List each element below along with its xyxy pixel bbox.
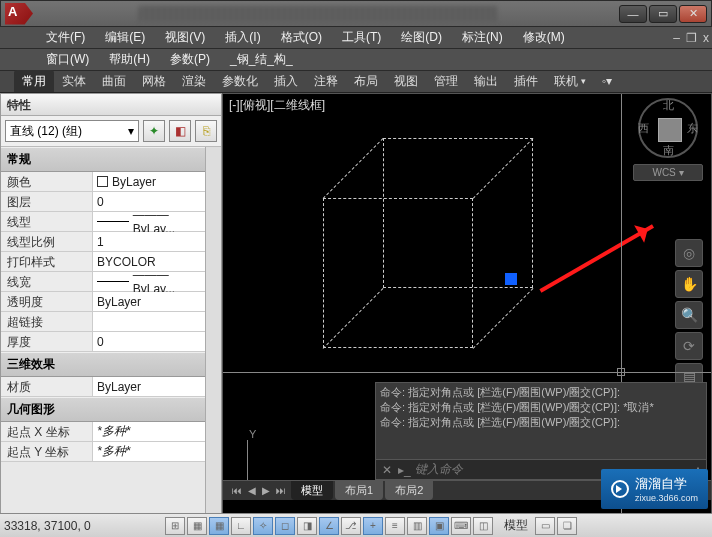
property-value[interactable]: 0 (93, 332, 205, 351)
viewcube-face[interactable] (658, 118, 682, 142)
category-header[interactable]: 三维效果⌄ (1, 352, 205, 377)
property-value[interactable]: ——— ByLay... (93, 272, 205, 291)
tab-layout[interactable]: 布局 (346, 70, 386, 92)
viewcube[interactable]: 北 南 东 西 WCS ▾ (633, 98, 703, 188)
category-header[interactable]: 几何图形⌄ (1, 397, 205, 422)
selected-objects[interactable] (323, 138, 538, 368)
lineweight-toggle[interactable]: ≡ (385, 517, 405, 535)
tab-plugin[interactable]: 插件 (506, 70, 546, 92)
menu-param[interactable]: 参数(P) (160, 49, 220, 71)
dyn-toggle[interactable]: + (363, 517, 383, 535)
snap-toggle[interactable]: ▦ (187, 517, 207, 535)
tab-surface[interactable]: 曲面 (94, 70, 134, 92)
quick-select-button[interactable]: ✦ (143, 120, 165, 142)
wcs-label[interactable]: WCS ▾ (633, 164, 703, 181)
property-value[interactable]: *多种* (93, 442, 205, 461)
quickview-drawings[interactable]: ❏ (557, 517, 577, 535)
model-space-button[interactable]: 模型 (498, 517, 534, 534)
qp-toggle[interactable]: ▣ (429, 517, 449, 535)
doc-close[interactable]: x (700, 31, 712, 45)
coordinate-readout[interactable]: 33318, 37100, 0 (4, 519, 164, 533)
tab-render[interactable]: 渲染 (174, 70, 214, 92)
tab-manage[interactable]: 管理 (426, 70, 466, 92)
osnap-toggle[interactable]: ◻ (275, 517, 295, 535)
palette-scrollbar[interactable] (205, 147, 221, 516)
tab-online[interactable]: 联机▾ (546, 70, 594, 92)
property-value[interactable]: ByLayer (93, 292, 205, 311)
property-row[interactable]: 线宽——— ByLay... (1, 272, 205, 292)
pan-button[interactable]: ✋ (675, 270, 703, 298)
property-value[interactable]: *多种* (93, 422, 205, 441)
property-row[interactable]: 起点 Y 坐标*多种* (1, 442, 205, 462)
property-row[interactable]: 起点 X 坐标*多种* (1, 422, 205, 442)
close-button[interactable]: ✕ (679, 5, 707, 23)
property-row[interactable]: 材质ByLayer (1, 377, 205, 397)
menu-dim[interactable]: 标注(N) (452, 27, 513, 49)
command-close-icon[interactable]: ✕ (376, 463, 398, 477)
menu-window[interactable]: 窗口(W) (36, 49, 99, 71)
tab-layout1[interactable]: 布局1 (335, 481, 383, 500)
property-row[interactable]: 厚度0 (1, 332, 205, 352)
tab-next[interactable]: ▶ (259, 485, 273, 496)
maximize-button[interactable]: ▭ (649, 5, 677, 23)
ortho-toggle[interactable]: ∟ (231, 517, 251, 535)
property-row[interactable]: 线型比例1 (1, 232, 205, 252)
am-toggle[interactable]: ◫ (473, 517, 493, 535)
tab-first[interactable]: ⏮ (229, 485, 245, 496)
minimize-button[interactable]: — (619, 5, 647, 23)
sc-toggle[interactable]: ⌨ (451, 517, 471, 535)
orbit-button[interactable]: ⟳ (675, 332, 703, 360)
tab-home[interactable]: 常用 (14, 70, 54, 92)
menu-tools[interactable]: 工具(T) (332, 27, 391, 49)
full-nav-wheel[interactable]: ◎ (675, 239, 703, 267)
pickadd-toggle[interactable]: ⎘ (195, 120, 217, 142)
tab-view[interactable]: 视图 (386, 70, 426, 92)
doc-restore[interactable]: ❐ (683, 31, 700, 45)
tab-annot[interactable]: 注释 (306, 70, 346, 92)
menu-modify[interactable]: 修改(M) (513, 27, 575, 49)
selection-dropdown[interactable]: 直线 (12) (组) ▾ (5, 120, 139, 142)
menu-help[interactable]: 帮助(H) (99, 49, 160, 71)
command-window[interactable]: 命令: 指定对角点或 [栏选(F)/圈围(WP)/圈交(CP)]:命令: 指定对… (375, 382, 707, 480)
drawing-viewport[interactable]: [-][俯视][二维线框] 北 南 东 西 WCS ▾ ◎ ✋ 🔍 ⟳ ▤ (222, 93, 712, 517)
property-row[interactable]: 透明度ByLayer (1, 292, 205, 312)
doc-minimize[interactable]: – (670, 31, 683, 45)
tab-model[interactable]: 模型 (291, 481, 333, 500)
ducs-toggle[interactable]: ⎇ (341, 517, 361, 535)
tab-prev[interactable]: ◀ (245, 485, 259, 496)
category-header[interactable]: 常规⌄ (1, 147, 205, 172)
tab-last[interactable]: ⏭ (273, 485, 289, 496)
tab-paramet[interactable]: 参数化 (214, 70, 266, 92)
menu-insert[interactable]: 插入(I) (215, 27, 270, 49)
tab-layout2[interactable]: 布局2 (385, 481, 433, 500)
property-value[interactable]: 1 (93, 232, 205, 251)
menu-file[interactable]: 文件(F) (36, 27, 95, 49)
viewport-label[interactable]: [-][俯视][二维线框] (229, 97, 325, 114)
property-value[interactable] (93, 312, 205, 331)
grid-toggle[interactable]: ▦ (209, 517, 229, 535)
tab-solid[interactable]: 实体 (54, 70, 94, 92)
polar-toggle[interactable]: ✧ (253, 517, 273, 535)
property-row[interactable]: 超链接 (1, 312, 205, 332)
property-value[interactable]: ByLayer (93, 172, 205, 191)
tab-mesh[interactable]: 网格 (134, 70, 174, 92)
3dosnap-toggle[interactable]: ◨ (297, 517, 317, 535)
infer-constraints[interactable]: ⊞ (165, 517, 185, 535)
menu-view[interactable]: 视图(V) (155, 27, 215, 49)
menu-edit[interactable]: 编辑(E) (95, 27, 155, 49)
transparency-toggle[interactable]: ▥ (407, 517, 427, 535)
menu-format[interactable]: 格式(O) (271, 27, 332, 49)
menu-steel[interactable]: _钢_结_构_ (220, 49, 303, 71)
otrack-toggle[interactable]: ∠ (319, 517, 339, 535)
property-row[interactable]: 颜色ByLayer (1, 172, 205, 192)
property-row[interactable]: 线型——— ByLay... (1, 212, 205, 232)
property-value[interactable]: ——— ByLay... (93, 212, 205, 231)
select-objects-button[interactable]: ◧ (169, 120, 191, 142)
property-value[interactable]: ByLayer (93, 377, 205, 396)
tab-expand[interactable]: ◦▾ (594, 70, 620, 92)
tab-output[interactable]: 输出 (466, 70, 506, 92)
quickview-layouts[interactable]: ▭ (535, 517, 555, 535)
tab-insert[interactable]: 插入 (266, 70, 306, 92)
zoom-button[interactable]: 🔍 (675, 301, 703, 329)
menu-draw[interactable]: 绘图(D) (391, 27, 452, 49)
